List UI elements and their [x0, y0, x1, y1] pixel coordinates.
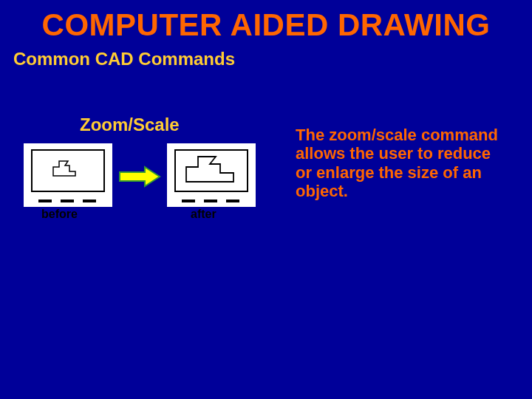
screen-after [174, 149, 248, 192]
description-text: The zoom/scale command allows the user t… [296, 126, 510, 200]
svg-marker-0 [120, 167, 160, 186]
slide-subtitle: Common CAD Commands [0, 43, 532, 69]
screen-before [31, 149, 105, 192]
section-heading: Zoom/Scale [80, 115, 180, 135]
arrow-icon [118, 166, 163, 188]
after-label: after [191, 208, 216, 221]
shape-after-icon [176, 151, 247, 191]
monitor-after [167, 143, 256, 207]
monitor-before [24, 143, 112, 207]
before-label: before [41, 208, 78, 221]
slide-title: COMPUTER AIDED DRAWING [0, 0, 532, 43]
shape-before-icon [33, 151, 103, 191]
